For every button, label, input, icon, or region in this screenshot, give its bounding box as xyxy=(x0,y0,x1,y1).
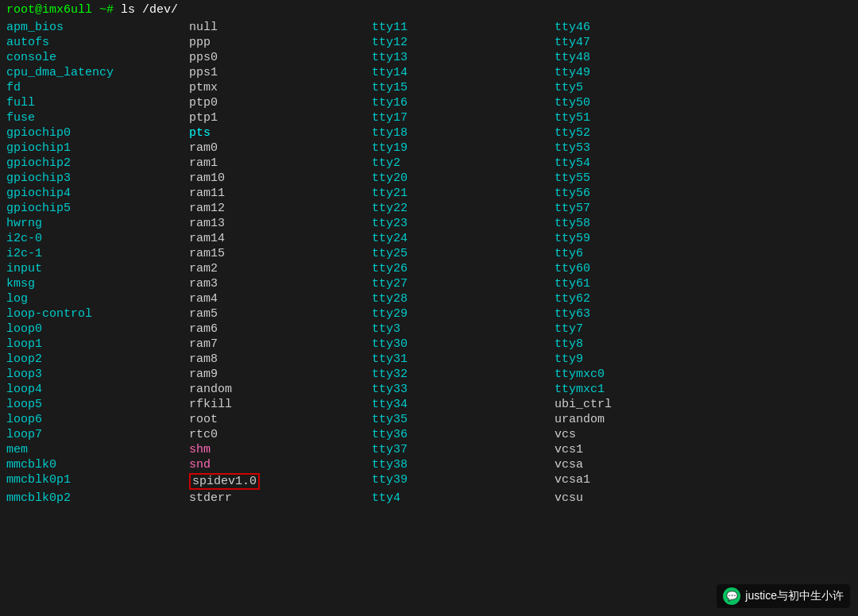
list-item: tty28 xyxy=(372,291,555,306)
list-item: tty6 xyxy=(555,246,737,261)
list-item: tty56 xyxy=(555,186,737,201)
list-item: gpiochip0 xyxy=(6,125,189,141)
list-item: ptp0 xyxy=(189,95,372,110)
list-item: vcsa1 xyxy=(555,472,737,491)
prompt-user: root@imx6ull xyxy=(6,3,92,17)
wechat-icon: 💬 xyxy=(723,587,740,605)
list-item: loop3 xyxy=(6,367,189,382)
list-item: tty26 xyxy=(372,261,555,276)
list-item: tty17 xyxy=(372,110,555,125)
list-item: tty63 xyxy=(555,306,737,321)
list-item: tty62 xyxy=(555,291,737,306)
list-item: mmcblk0p2 xyxy=(6,491,189,506)
list-item: urandom xyxy=(555,412,737,427)
list-item: gpiochip5 xyxy=(6,201,189,216)
list-item: vcsa xyxy=(555,457,737,472)
list-item: tty23 xyxy=(372,216,555,231)
list-item: kmsg xyxy=(6,276,189,291)
watermark-text: justice与初中生小许 xyxy=(745,589,844,603)
list-item: ram3 xyxy=(189,276,372,291)
list-item: console xyxy=(6,50,189,65)
list-item-shm: shm xyxy=(189,442,372,457)
list-item: ram12 xyxy=(189,201,372,216)
list-item: tty55 xyxy=(555,171,737,186)
list-item: ptp1 xyxy=(189,110,372,125)
list-item: tty24 xyxy=(372,231,555,246)
list-item: ram13 xyxy=(189,216,372,231)
list-item: ram1 xyxy=(189,156,372,171)
list-item: ptmx xyxy=(189,80,372,95)
list-item: loop4 xyxy=(6,382,189,397)
list-item: full xyxy=(6,95,189,110)
list-item: i2c-1 xyxy=(6,246,189,261)
list-item: mmcblk0 xyxy=(6,457,189,472)
prompt-path: ~# xyxy=(92,3,121,17)
list-item: tty15 xyxy=(372,80,555,95)
list-item: ram6 xyxy=(189,321,372,337)
list-item: ram7 xyxy=(189,337,372,352)
list-item: vcs xyxy=(555,427,737,442)
list-item-snd: snd xyxy=(189,457,372,472)
list-item: tty20 xyxy=(372,171,555,186)
list-item: tty39 xyxy=(372,472,555,491)
list-item: tty21 xyxy=(372,186,555,201)
list-item: loop-control xyxy=(6,306,189,321)
list-item: hwrng xyxy=(6,216,189,231)
list-item: tty33 xyxy=(372,382,555,397)
list-item: tty18 xyxy=(372,125,555,141)
list-item: tty54 xyxy=(555,156,737,171)
list-item: ram0 xyxy=(189,141,372,156)
list-item: loop5 xyxy=(6,397,189,412)
list-item: gpiochip3 xyxy=(6,171,189,186)
list-item: mem xyxy=(6,442,189,457)
list-item: ram4 xyxy=(189,291,372,306)
list-item: tty13 xyxy=(372,50,555,65)
list-item: tty58 xyxy=(555,216,737,231)
list-item: tty14 xyxy=(372,65,555,80)
list-item: tty37 xyxy=(372,442,555,457)
list-item: tty11 xyxy=(372,20,555,35)
list-item: apm_bios xyxy=(6,20,189,35)
prompt-cmd: ls /dev/ xyxy=(121,3,178,17)
spidev-highlight: spidev1.0 xyxy=(189,473,260,490)
list-item: loop1 xyxy=(6,337,189,352)
list-item: ttymxc1 xyxy=(555,382,737,397)
list-item: loop6 xyxy=(6,412,189,427)
list-item: tty60 xyxy=(555,261,737,276)
list-item: tty47 xyxy=(555,35,737,50)
list-item: log xyxy=(6,291,189,306)
list-item: vcs1 xyxy=(555,442,737,457)
list-item: loop2 xyxy=(6,352,189,367)
list-item: ram9 xyxy=(189,367,372,382)
list-item: tty50 xyxy=(555,95,737,110)
list-item: tty30 xyxy=(372,337,555,352)
list-item: root xyxy=(189,412,372,427)
list-item: ram10 xyxy=(189,171,372,186)
list-item: cpu_dma_latency xyxy=(6,65,189,80)
list-item: tty51 xyxy=(555,110,737,125)
list-item: ram2 xyxy=(189,261,372,276)
list-item: tty49 xyxy=(555,65,737,80)
list-item: tty52 xyxy=(555,125,737,141)
list-item: tty35 xyxy=(372,412,555,427)
list-item: tty25 xyxy=(372,246,555,261)
list-item: tty53 xyxy=(555,141,737,156)
list-item: tty29 xyxy=(372,306,555,321)
list-item: pps1 xyxy=(189,65,372,80)
list-item: ram14 xyxy=(189,231,372,246)
list-item: ram8 xyxy=(189,352,372,367)
list-item: gpiochip4 xyxy=(6,186,189,201)
list-item-spidev: spidev1.0 xyxy=(189,472,372,491)
list-item: mmcblk0p1 xyxy=(6,472,189,491)
list-item: tty27 xyxy=(372,276,555,291)
list-item: vcsu xyxy=(555,491,737,506)
list-item: stderr xyxy=(189,491,372,506)
list-item: loop0 xyxy=(6,321,189,337)
list-item: ram11 xyxy=(189,186,372,201)
watermark: 💬 justice与初中生小许 xyxy=(717,584,850,608)
list-item: tty16 xyxy=(372,95,555,110)
list-item: tty36 xyxy=(372,427,555,442)
list-item: tty4 xyxy=(372,491,555,506)
list-item: tty7 xyxy=(555,321,737,337)
list-item: tty38 xyxy=(372,457,555,472)
